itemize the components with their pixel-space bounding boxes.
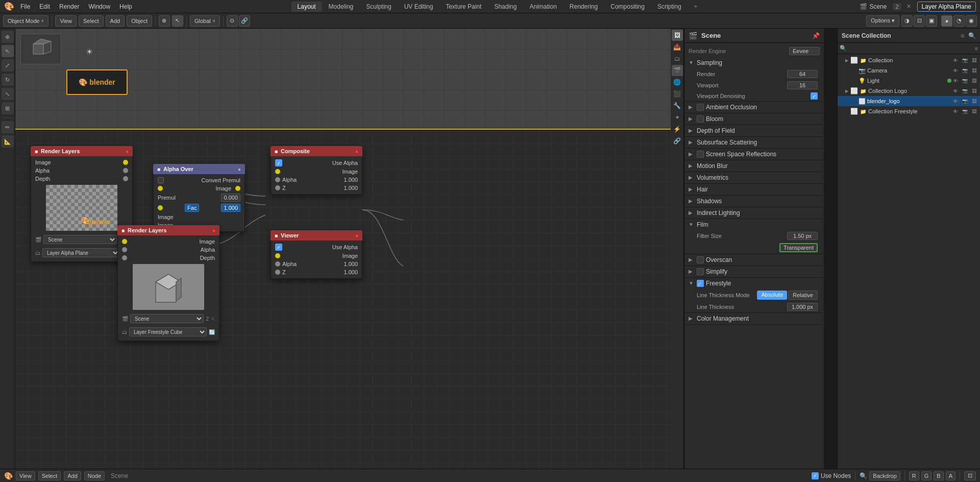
bottom-b-btn[interactable]: B bbox=[934, 471, 943, 480]
bottom-a-btn[interactable]: A bbox=[946, 471, 955, 480]
outliner-item-collection-freestyle[interactable]: ▶ ⬜ 📁 Collection Freestyle 👁 📷 🖼 bbox=[838, 106, 980, 116]
dof-header[interactable]: ▶ Depth of Field bbox=[684, 125, 824, 136]
node-layer-select-2[interactable]: Layer Freestyle Cube bbox=[129, 327, 207, 336]
collection-freestyle-eye-icon[interactable]: 👁 bbox=[951, 107, 960, 115]
collection-render-icon[interactable]: 🖼 bbox=[970, 56, 978, 64]
view-menu-btn[interactable]: View bbox=[55, 15, 77, 27]
overscan-checkbox[interactable] bbox=[697, 256, 704, 263]
composite-image-socket[interactable] bbox=[275, 169, 280, 174]
tab-uv-editing[interactable]: UV Editing bbox=[398, 2, 439, 12]
node-composite[interactable]: ■ Composite ● ✓ Use Alpha bbox=[271, 146, 362, 195]
composite-alpha-socket[interactable] bbox=[275, 177, 280, 182]
simplify-checkbox[interactable] bbox=[697, 268, 704, 275]
sampling-header[interactable]: ▼ Sampling bbox=[684, 57, 824, 68]
xray-btn[interactable]: ▣ bbox=[926, 15, 937, 27]
overscan-header[interactable]: ▶ Overscan bbox=[684, 254, 824, 266]
collection-freestyle-camera-icon[interactable]: 📷 bbox=[961, 107, 969, 115]
collection-eye-icon[interactable]: 👁 bbox=[951, 56, 960, 64]
node-layer-render-btn-2[interactable]: 🔄 bbox=[209, 329, 215, 335]
blender-logo-render-icon[interactable]: 🖼 bbox=[970, 97, 978, 105]
viewer-alpha-socket[interactable] bbox=[275, 261, 280, 267]
cursor-tool[interactable]: ⊕ bbox=[159, 15, 170, 27]
bottom-add-menu[interactable]: Add bbox=[64, 471, 81, 480]
tab-layout[interactable]: Layout bbox=[291, 2, 322, 12]
props-tab-world[interactable]: 🌐 bbox=[672, 77, 683, 88]
bottom-g-btn[interactable]: G bbox=[921, 471, 932, 480]
blender-app-icon[interactable]: 🎨 bbox=[3, 1, 15, 13]
composite-use-alpha-checkbox[interactable]: ✓ bbox=[275, 159, 282, 166]
node-composite-close[interactable]: ● bbox=[355, 149, 358, 154]
node-alpha-over-image-out-socket[interactable] bbox=[235, 186, 240, 191]
select-tool[interactable]: ↖ bbox=[172, 15, 183, 27]
tool-transform[interactable]: ⊞ bbox=[2, 102, 14, 114]
close-window-icon[interactable]: ✕ bbox=[904, 3, 913, 10]
bottom-zoom-icon[interactable]: 🔍 bbox=[860, 472, 867, 479]
tab-scripting[interactable]: Scripting bbox=[651, 2, 688, 12]
ssr-checkbox[interactable] bbox=[697, 151, 704, 158]
node-rl2-image-socket[interactable] bbox=[122, 239, 127, 244]
tab-modeling[interactable]: Modeling bbox=[323, 2, 360, 12]
tab-texture-paint[interactable]: Texture Paint bbox=[439, 2, 487, 12]
light-eye-icon[interactable]: 👁 bbox=[951, 77, 960, 85]
props-tab-output[interactable]: 📤 bbox=[672, 41, 683, 53]
blender-logo-eye-icon[interactable]: 👁 bbox=[951, 97, 960, 105]
light-render-icon[interactable]: 🖼 bbox=[970, 77, 978, 85]
props-tab-particles[interactable]: ✦ bbox=[672, 112, 683, 123]
convert-premul-checkbox[interactable] bbox=[158, 177, 164, 183]
tab-sculpting[interactable]: Sculpting bbox=[360, 2, 397, 12]
outliner-item-blender-logo[interactable]: ▶ ⬜ blender_logo 👁 📷 🖼 bbox=[838, 96, 980, 106]
outliner-action-icon-2[interactable]: ≡ bbox=[975, 45, 978, 52]
options-btn[interactable]: Options ▾ bbox=[866, 15, 899, 27]
props-tab-render[interactable]: 🖼 bbox=[672, 30, 683, 41]
menu-window[interactable]: Window bbox=[84, 2, 114, 11]
line-thickness-relative-btn[interactable]: Relative bbox=[788, 291, 818, 300]
node-render-layers-2[interactable]: ■ Render Layers ● Image bbox=[117, 225, 219, 341]
node-render-layers-1-close[interactable]: ● bbox=[126, 149, 129, 154]
node-alpha-over-close[interactable]: ● bbox=[238, 166, 241, 172]
object-menu-btn[interactable]: Object bbox=[127, 15, 152, 27]
render-shading-btn[interactable]: ◉ bbox=[966, 15, 977, 27]
viewer-use-alpha-checkbox[interactable]: ✓ bbox=[275, 244, 282, 251]
bottom-backdrop-btn[interactable]: Backdrop bbox=[869, 471, 900, 480]
simplify-header[interactable]: ▶ Simplify bbox=[684, 266, 824, 277]
panel-pin-icon[interactable]: 📌 bbox=[812, 32, 820, 39]
use-nodes-wrap[interactable]: ✓ Use Nodes bbox=[812, 472, 851, 479]
tab-add[interactable]: + bbox=[688, 2, 704, 12]
add-menu-btn[interactable]: Add bbox=[106, 15, 125, 27]
outliner-item-collection-logo[interactable]: ▶ ⬜ 📁 Collection Logo 👁 📷 🖼 bbox=[838, 86, 980, 96]
node-rl2-alpha-socket[interactable] bbox=[122, 247, 127, 252]
props-tab-constraints[interactable]: 🔗 bbox=[672, 135, 683, 147]
node-scene-select-2[interactable]: Scene bbox=[130, 314, 204, 323]
node-output-depth-socket[interactable] bbox=[123, 176, 128, 181]
props-tab-physics[interactable]: ⚡ bbox=[672, 124, 683, 135]
freestyle-header[interactable]: ▼ ✓ Freestyle bbox=[684, 278, 824, 289]
tab-compositing[interactable]: Compositing bbox=[604, 2, 651, 12]
menu-render[interactable]: Render bbox=[55, 2, 83, 11]
node-alpha-over-fac-socket[interactable] bbox=[158, 205, 163, 210]
node-scene-select-1[interactable]: Scene bbox=[43, 235, 117, 244]
collection-arrow-icon[interactable]: ▶ bbox=[844, 57, 850, 63]
bottom-node-menu[interactable]: Node bbox=[84, 471, 105, 480]
camera-render-icon[interactable]: 🖼 bbox=[970, 66, 978, 75]
blender-logo-camera-icon[interactable]: 📷 bbox=[961, 97, 969, 105]
viewer-image-socket[interactable] bbox=[275, 253, 280, 258]
node-layer-select-1[interactable]: Layer Alpha Plane bbox=[42, 248, 120, 257]
collection-logo-camera-icon[interactable]: 📷 bbox=[961, 87, 969, 95]
outliner-search-icon[interactable]: 🔍 bbox=[968, 32, 976, 39]
sss-header[interactable]: ▶ Subsurface Scattering bbox=[684, 137, 824, 148]
proportional-edit-btn[interactable]: ⊙ bbox=[227, 15, 238, 27]
collection-logo-eye-icon[interactable]: 👁 bbox=[951, 87, 960, 95]
outliner-filter-icon[interactable]: ≡ bbox=[961, 32, 964, 39]
props-tab-view-layer[interactable]: 🗂 bbox=[672, 53, 683, 64]
viewport-shading-btn[interactable]: ◑ bbox=[901, 15, 913, 27]
tool-cursor[interactable]: ⊕ bbox=[2, 31, 14, 43]
snap-btn[interactable]: 🔗 bbox=[239, 15, 250, 27]
outliner-item-camera[interactable]: ▶ 📷 Camera 👁 📷 🖼 bbox=[838, 65, 980, 76]
object-mode-selector[interactable]: Object Mode ▾ bbox=[3, 15, 48, 27]
light-camera-icon[interactable]: 📷 bbox=[961, 77, 969, 85]
props-tab-object[interactable]: ⬛ bbox=[672, 88, 683, 100]
outliner-item-light[interactable]: ▶ 💡 Light 👁 📷 🖼 bbox=[838, 76, 980, 86]
material-shading-btn[interactable]: ◔ bbox=[953, 15, 965, 27]
tool-measure[interactable]: 📐 bbox=[2, 135, 14, 148]
bottom-display-options-btn[interactable]: ⊡ bbox=[964, 471, 976, 480]
